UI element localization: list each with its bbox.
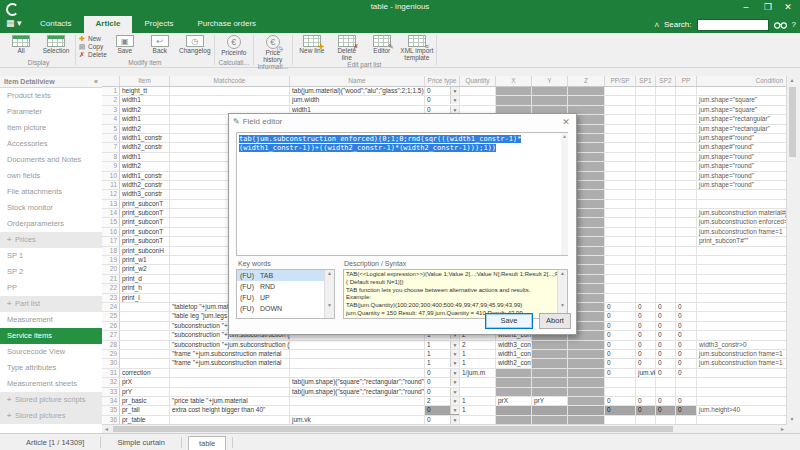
cell-ppsp[interactable] bbox=[605, 218, 636, 226]
cell-ppsp[interactable]: 0 bbox=[605, 331, 636, 339]
cell-name[interactable]: jum.width bbox=[290, 96, 425, 104]
sidebar-item-product-texts[interactable]: Product texts bbox=[0, 88, 102, 104]
cell-sp1[interactable] bbox=[636, 87, 656, 95]
textarea-scrollbar[interactable]: ▲ bbox=[561, 133, 568, 255]
column-header-sp1[interactable]: SP1 bbox=[636, 76, 656, 86]
cell-num[interactable]: 2 bbox=[102, 96, 120, 104]
cell-pp[interactable] bbox=[676, 275, 697, 283]
cell-item[interactable]: print_subconT bbox=[120, 218, 170, 226]
column-header-condition[interactable]: Condition bbox=[697, 76, 787, 86]
cell-item[interactable]: width1 bbox=[120, 96, 170, 104]
dialog-title-bar[interactable]: ✎ Field editor ✕ bbox=[229, 114, 576, 129]
cell-ppsp[interactable]: 0 bbox=[605, 397, 636, 405]
cell-ppsp[interactable] bbox=[605, 228, 636, 236]
cell-quantity[interactable] bbox=[460, 96, 496, 104]
grid-row[interactable]: 29"frame "+jum.subconstruction material1… bbox=[102, 350, 787, 359]
cell-pp[interactable] bbox=[676, 218, 697, 226]
cell-condition[interactable] bbox=[697, 284, 787, 292]
cell-sp1[interactable] bbox=[636, 228, 656, 236]
selection-button[interactable]: Selection bbox=[39, 34, 73, 55]
cell-num[interactable]: 36 bbox=[102, 416, 120, 424]
dialog-close-icon[interactable]: ✕ bbox=[560, 117, 572, 127]
cell-condition[interactable]: jum.shape="round" bbox=[697, 162, 787, 170]
cell-sp2[interactable] bbox=[656, 162, 676, 170]
cell-item[interactable]: print_subconT bbox=[120, 200, 170, 208]
cell-num[interactable]: 35 bbox=[102, 406, 120, 414]
sidebar-item-orderparameters[interactable]: Orderparameters bbox=[0, 216, 102, 232]
cell-item[interactable]: width2 bbox=[120, 162, 170, 170]
cell-y[interactable] bbox=[532, 378, 568, 386]
cell-ppsp[interactable] bbox=[605, 265, 636, 273]
cell-condition[interactable]: jum.subconstruction material#jum.su bbox=[697, 209, 787, 217]
cell-ppsp[interactable] bbox=[605, 284, 636, 292]
cell-pp[interactable] bbox=[676, 87, 697, 95]
cell-name[interactable]: jum.vk bbox=[290, 416, 425, 424]
keyword-item-down[interactable]: (FU)DOWN bbox=[237, 303, 334, 314]
cell-sp1[interactable] bbox=[636, 247, 656, 255]
cell-z[interactable] bbox=[568, 96, 605, 104]
cell-z[interactable] bbox=[568, 369, 605, 377]
cell-num[interactable]: 22 bbox=[102, 284, 120, 292]
editor-button[interactable]: ✎Editor bbox=[365, 34, 399, 55]
cell-pp[interactable] bbox=[676, 181, 697, 189]
cell-pp[interactable] bbox=[676, 143, 697, 151]
cell-condition[interactable] bbox=[697, 369, 787, 377]
all-button[interactable]: All bbox=[4, 34, 38, 55]
cell-matchcode[interactable]: extra cost height bigger than 40" bbox=[170, 406, 290, 414]
cell-z[interactable] bbox=[568, 406, 605, 414]
cell-sp1[interactable]: jum.vk bbox=[636, 369, 656, 377]
xml-import-template-button[interactable]: ≡XML import template bbox=[400, 34, 434, 61]
cell-ppsp[interactable] bbox=[605, 275, 636, 283]
sidebar-item-stored-pictures[interactable]: +Stored pictures bbox=[0, 408, 102, 424]
cell-num[interactable]: 1 bbox=[102, 87, 120, 95]
cell-sp2[interactable] bbox=[656, 209, 676, 217]
cell-sp1[interactable]: 0 bbox=[636, 331, 656, 339]
cell-ppsp[interactable]: 0 bbox=[605, 341, 636, 349]
cell-matchcode[interactable] bbox=[170, 416, 290, 424]
cell-num[interactable]: 5 bbox=[102, 125, 120, 133]
sidebar-item-sp-2[interactable]: SP 2 bbox=[0, 264, 102, 280]
grid-row[interactable]: 32prXtab(jum.shape)("square";"rectangula… bbox=[102, 378, 787, 387]
cell-ppsp[interactable] bbox=[605, 388, 636, 396]
cell-item[interactable]: print_w2 bbox=[120, 265, 170, 273]
grid-row[interactable]: 30"frame "+jum.subconstruction material1… bbox=[102, 359, 787, 368]
cell-condition[interactable] bbox=[697, 87, 787, 95]
cell-ppsp[interactable] bbox=[605, 172, 636, 180]
cell-item[interactable]: width2 bbox=[120, 106, 170, 114]
cell-matchcode[interactable] bbox=[170, 369, 290, 377]
cell-pp[interactable]: 0 bbox=[676, 350, 697, 358]
cell-pp[interactable] bbox=[676, 200, 697, 208]
cell-sp1[interactable]: 0 bbox=[636, 397, 656, 405]
cell-pp[interactable]: 0 bbox=[676, 312, 697, 320]
sidebar-item-measurement-sheets[interactable]: Measurement sheets bbox=[0, 376, 102, 392]
hscroll-thumb[interactable] bbox=[113, 426, 673, 432]
cell-item[interactable]: width2 bbox=[120, 125, 170, 133]
cell-x[interactable]: width1_constr bbox=[496, 350, 532, 358]
cell-pp[interactable] bbox=[676, 153, 697, 161]
cell-pp[interactable]: 0 bbox=[676, 322, 697, 330]
cell-ppsp[interactable] bbox=[605, 209, 636, 217]
cell-ppsp[interactable] bbox=[605, 106, 636, 114]
cell-x[interactable] bbox=[496, 378, 532, 386]
cell-pp[interactable] bbox=[676, 378, 697, 386]
cell-pp[interactable] bbox=[676, 237, 697, 245]
cell-price_type[interactable]: 1▼ bbox=[425, 341, 460, 349]
cell-sp1[interactable] bbox=[636, 275, 656, 283]
tab-contacts[interactable]: Contacts bbox=[28, 16, 84, 33]
cell-ppsp[interactable] bbox=[605, 247, 636, 255]
cell-sp2[interactable] bbox=[656, 294, 676, 302]
sidebar-item-measurement[interactable]: Measurement bbox=[0, 312, 102, 328]
cell-item[interactable] bbox=[120, 359, 170, 367]
cell-condition[interactable]: jum.height>40 bbox=[697, 406, 787, 414]
cell-price_type[interactable]: 0▼ bbox=[425, 96, 460, 104]
cell-pp[interactable] bbox=[676, 172, 697, 180]
cell-condition[interactable]: jum.subconstruction enforced=1 bbox=[697, 218, 787, 226]
cell-pp[interactable] bbox=[676, 96, 697, 104]
cell-condition[interactable] bbox=[697, 275, 787, 283]
cell-ppsp[interactable] bbox=[605, 143, 636, 151]
cell-matchcode[interactable] bbox=[170, 87, 290, 95]
cell-ppsp[interactable] bbox=[605, 378, 636, 386]
cell-pp[interactable] bbox=[676, 106, 697, 114]
cell-num[interactable]: 16 bbox=[102, 228, 120, 236]
cell-z[interactable] bbox=[568, 87, 605, 95]
